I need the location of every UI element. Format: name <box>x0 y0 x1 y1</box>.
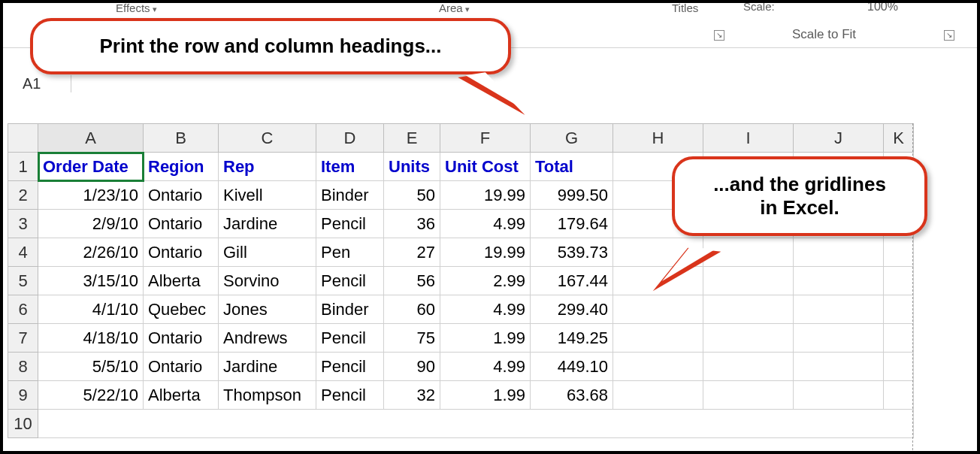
cell[interactable]: 63.68 <box>531 381 613 410</box>
cell[interactable]: 1/23/10 <box>38 181 144 210</box>
cell[interactable] <box>703 324 794 353</box>
cell[interactable] <box>794 324 884 353</box>
cell[interactable] <box>884 267 914 295</box>
cell[interactable]: Ontario <box>144 238 219 267</box>
cell[interactable]: Pencil <box>316 267 384 295</box>
cell[interactable]: 19.99 <box>440 238 531 267</box>
column-header[interactable]: H <box>613 124 703 153</box>
column-header[interactable]: C <box>219 124 316 153</box>
cell[interactable] <box>884 353 914 381</box>
cell[interactable]: Pencil <box>316 210 384 238</box>
cell[interactable]: Jardine <box>219 210 316 238</box>
cell[interactable]: Gill <box>219 238 316 267</box>
cell[interactable]: Jardine <box>219 353 316 381</box>
cell[interactable]: Units <box>384 153 440 181</box>
ribbon-print-titles[interactable]: Titles <box>672 2 698 14</box>
cell[interactable]: 32 <box>384 381 440 410</box>
cell[interactable]: Thompson <box>219 381 316 410</box>
cell[interactable]: 4.99 <box>440 353 531 381</box>
cell[interactable]: Pencil <box>316 353 384 381</box>
row-header[interactable]: 2 <box>8 181 38 210</box>
cell[interactable]: 4.99 <box>440 295 531 324</box>
cell[interactable] <box>703 295 794 324</box>
column-header[interactable]: J <box>794 124 884 153</box>
cell[interactable] <box>613 381 703 410</box>
cell[interactable]: 27 <box>384 238 440 267</box>
cell[interactable]: 299.40 <box>531 295 613 324</box>
cell[interactable] <box>794 238 884 267</box>
cell[interactable]: Total <box>531 153 613 181</box>
cell[interactable]: 4/1/10 <box>38 295 144 324</box>
cell[interactable] <box>703 381 794 410</box>
ribbon-scale-value[interactable]: 100% <box>867 0 898 14</box>
cell[interactable]: Jones <box>219 295 316 324</box>
cell[interactable] <box>794 295 884 324</box>
ribbon-effects[interactable]: Effects <box>116 2 157 14</box>
cell[interactable] <box>38 410 914 438</box>
cell[interactable]: 539.73 <box>531 238 613 267</box>
cell[interactable]: 2/26/10 <box>38 238 144 267</box>
cell[interactable]: Ontario <box>144 181 219 210</box>
cell[interactable] <box>703 267 794 295</box>
cell[interactable]: Binder <box>316 181 384 210</box>
cell[interactable]: 149.25 <box>531 324 613 353</box>
row-header[interactable]: 5 <box>8 267 38 295</box>
cell[interactable]: Region <box>144 153 219 181</box>
cell[interactable] <box>884 238 914 267</box>
column-header[interactable]: I <box>703 124 794 153</box>
cell[interactable]: Pencil <box>316 381 384 410</box>
column-header[interactable]: E <box>384 124 440 153</box>
cell[interactable]: 4.99 <box>440 210 531 238</box>
cell[interactable]: 50 <box>384 181 440 210</box>
cell[interactable] <box>613 353 703 381</box>
row-header[interactable]: 6 <box>8 295 38 324</box>
cell[interactable] <box>703 353 794 381</box>
column-header[interactable]: D <box>316 124 384 153</box>
row-header[interactable]: 3 <box>8 210 38 238</box>
cell[interactable]: 3/15/10 <box>38 267 144 295</box>
row-header[interactable]: 9 <box>8 381 38 410</box>
cell[interactable]: 60 <box>384 295 440 324</box>
column-header[interactable]: A <box>38 124 144 153</box>
cell[interactable]: 167.44 <box>531 267 613 295</box>
column-header[interactable]: K <box>884 124 914 153</box>
cell[interactable]: 1.99 <box>440 381 531 410</box>
cell[interactable]: 1.99 <box>440 324 531 353</box>
cell[interactable] <box>884 324 914 353</box>
cell[interactable]: 90 <box>384 353 440 381</box>
cell[interactable]: Andrews <box>219 324 316 353</box>
select-all-corner[interactable] <box>8 124 38 153</box>
cell[interactable]: Pencil <box>316 324 384 353</box>
cell[interactable]: Pen <box>316 238 384 267</box>
row-header[interactable]: 8 <box>8 353 38 381</box>
cell[interactable]: Sorvino <box>219 267 316 295</box>
row-header[interactable]: 1 <box>8 153 38 181</box>
cell[interactable]: 4/18/10 <box>38 324 144 353</box>
cell[interactable] <box>613 295 703 324</box>
cell[interactable]: Item <box>316 153 384 181</box>
cell[interactable]: 19.99 <box>440 181 531 210</box>
cell[interactable] <box>613 324 703 353</box>
cell[interactable]: 36 <box>384 210 440 238</box>
cell[interactable]: 179.64 <box>531 210 613 238</box>
row-header[interactable]: 4 <box>8 238 38 267</box>
cell[interactable]: Rep <box>219 153 316 181</box>
column-header[interactable]: G <box>531 124 613 153</box>
row-header[interactable]: 7 <box>8 324 38 353</box>
cell[interactable]: 2/9/10 <box>38 210 144 238</box>
dialog-launcher-icon[interactable]: ↘ <box>714 30 724 41</box>
cell[interactable]: Alberta <box>144 381 219 410</box>
cell[interactable] <box>794 267 884 295</box>
cell[interactable] <box>794 381 884 410</box>
cell[interactable] <box>884 381 914 410</box>
cell[interactable]: 5/5/10 <box>38 353 144 381</box>
cell[interactable]: Ontario <box>144 353 219 381</box>
cell[interactable]: 75 <box>384 324 440 353</box>
cell[interactable] <box>884 295 914 324</box>
cell[interactable]: Order Date <box>38 153 144 181</box>
cell[interactable]: Alberta <box>144 267 219 295</box>
cell[interactable]: 56 <box>384 267 440 295</box>
cell[interactable]: Binder <box>316 295 384 324</box>
column-header[interactable]: F <box>440 124 531 153</box>
cell[interactable]: 5/22/10 <box>38 381 144 410</box>
